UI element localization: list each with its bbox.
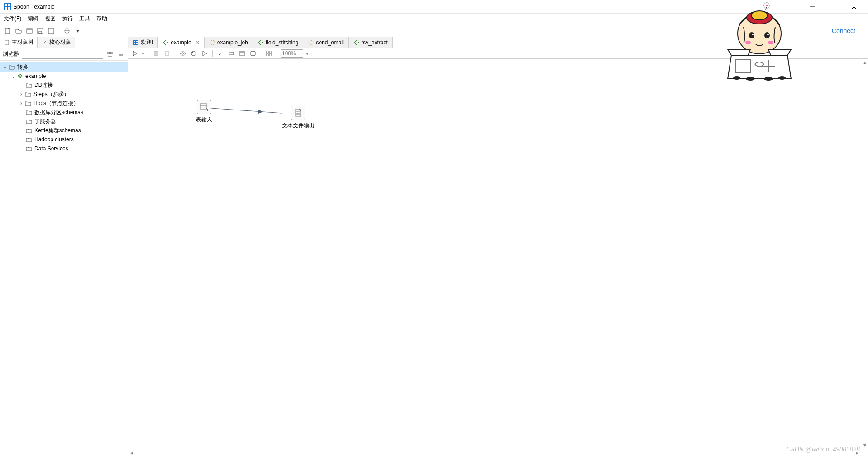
tree-label: 子服务器	[34, 118, 56, 125]
tab-example-job[interactable]: example_job	[205, 37, 253, 48]
connect-button[interactable]: Connect	[832, 27, 864, 34]
app-icon	[4, 3, 11, 10]
chevron-down-icon[interactable]: ⌄	[2, 64, 8, 70]
menu-run[interactable]: 执行	[62, 15, 73, 23]
svg-point-33	[180, 52, 186, 55]
folder-icon	[25, 82, 33, 89]
menu-tools[interactable]: 工具	[79, 15, 90, 23]
folder-icon	[24, 100, 32, 107]
close-icon[interactable]: ✕	[195, 39, 200, 46]
svg-rect-43	[266, 54, 268, 56]
transformation-icon	[258, 39, 264, 46]
job-icon	[308, 39, 314, 46]
chevron-down-icon[interactable]: ⌄	[10, 73, 16, 79]
tree-node-kettle[interactable]: Kettle集群schemas	[0, 126, 128, 135]
transformation-canvas[interactable]: 表输入 文本文件输出 ▴ ▾ ◂ ▸	[128, 59, 868, 456]
svg-rect-42	[269, 51, 272, 53]
new-file-icon[interactable]	[4, 27, 12, 35]
svg-rect-16	[5, 40, 9, 45]
canvas-toolbar: ▾ ▾	[128, 48, 868, 59]
chevron-right-icon[interactable]: ›	[18, 91, 24, 97]
step-label: 文本文件输出	[282, 122, 315, 130]
zoom-input[interactable]	[281, 49, 303, 58]
tree-node-dataservices[interactable]: Data Services	[0, 144, 128, 153]
folder-icon	[25, 145, 33, 152]
tree-node-example[interactable]: ⌄ example	[0, 72, 128, 81]
tab-core-objects[interactable]: 核心对象	[38, 37, 75, 48]
replay-icon[interactable]	[200, 49, 209, 58]
menu-edit[interactable]: 编辑	[28, 15, 38, 23]
tree-label: DB连接	[34, 82, 53, 89]
scroll-down-icon[interactable]: ▾	[861, 442, 868, 449]
tab-send-email[interactable]: send_email	[303, 37, 348, 48]
tab-label: example	[171, 39, 191, 46]
svg-rect-32	[165, 52, 169, 55]
object-tree: ⌄ 转换 ⌄ example DB连接 › Steps（步骤） › H	[0, 61, 128, 155]
hop-connector[interactable]	[205, 104, 291, 118]
dropdown-arrow-icon[interactable]: ▾	[306, 50, 309, 57]
menu-view[interactable]: 视图	[45, 15, 56, 23]
tree-label: 转换	[17, 63, 28, 71]
scroll-up-icon[interactable]: ▴	[861, 59, 868, 66]
vertical-scrollbar[interactable]: ▴ ▾	[861, 59, 868, 449]
tab-main-object-tree[interactable]: 主对象树	[0, 37, 38, 48]
chevron-right-icon[interactable]: ›	[18, 100, 24, 106]
step-text-output[interactable]: 文本文件输出	[282, 106, 315, 130]
dropdown-arrow-icon[interactable]: ▾	[142, 50, 144, 57]
tab-tsv-extract[interactable]: tsv_extract	[349, 37, 393, 48]
tab-field-stitching[interactable]: field_stitching	[253, 37, 304, 48]
tree-node-steps[interactable]: › Steps（步骤）	[0, 90, 128, 99]
svg-line-36	[192, 52, 196, 55]
verify-icon[interactable]	[216, 49, 224, 58]
perspective-icon[interactable]	[63, 27, 71, 35]
pause-icon[interactable]	[152, 49, 160, 58]
toolbar-separator	[175, 50, 175, 57]
menu-file[interactable]: 文件(F)	[4, 15, 21, 23]
tree-label: Hadoop clusters	[34, 136, 74, 143]
tab-welcome[interactable]: 欢迎!	[128, 37, 158, 48]
horizontal-scrollbar[interactable]: ◂ ▸	[128, 449, 861, 456]
tree-node-subserver[interactable]: 子服务器	[0, 117, 128, 126]
stop-icon[interactable]	[163, 49, 171, 58]
close-button[interactable]	[844, 0, 864, 14]
svg-point-40	[251, 51, 255, 53]
tree-label: 数据库分区schemas	[34, 109, 83, 116]
impact-icon[interactable]	[227, 49, 235, 58]
tree-node-transformations[interactable]: ⌄ 转换	[0, 62, 128, 72]
collapse-all-icon[interactable]	[117, 50, 125, 58]
filter-input[interactable]	[22, 50, 103, 59]
tree-label: Kettle集群schemas	[34, 127, 81, 134]
tab-example[interactable]: example ✕	[158, 37, 204, 48]
run-icon[interactable]	[131, 49, 139, 58]
scroll-left-icon[interactable]: ◂	[128, 449, 135, 456]
tree-label: example	[25, 73, 46, 79]
toolbar-separator	[59, 27, 59, 34]
tree-node-schemas[interactable]: 数据库分区schemas	[0, 108, 128, 117]
tree-node-hops[interactable]: › Hops（节点连接）	[0, 99, 128, 108]
dropdown-arrow-icon[interactable]: ▾	[74, 27, 82, 35]
save-icon[interactable]	[36, 27, 44, 35]
svg-line-45	[205, 108, 282, 113]
transformation-icon	[353, 39, 360, 46]
open-file-icon[interactable]	[14, 27, 23, 35]
show-results-icon[interactable]	[265, 49, 273, 58]
preview-icon[interactable]	[179, 49, 187, 58]
step-table-input[interactable]: 表输入	[196, 100, 212, 124]
menu-help[interactable]: 帮助	[96, 15, 107, 23]
minimize-button[interactable]	[802, 0, 823, 14]
svg-rect-30	[154, 51, 156, 56]
tree-node-hadoop[interactable]: Hadoop clusters	[0, 135, 128, 144]
explore-db-icon[interactable]	[249, 49, 257, 58]
save-as-icon[interactable]	[47, 27, 55, 35]
tree-label: Hops（节点连接）	[33, 100, 79, 107]
svg-marker-46	[258, 110, 263, 114]
toolbar-separator	[148, 50, 148, 57]
tree-node-db[interactable]: DB连接	[0, 81, 128, 90]
debug-icon[interactable]	[190, 49, 198, 58]
maximize-button[interactable]	[823, 0, 844, 14]
svg-rect-5	[831, 5, 835, 9]
sql-icon[interactable]	[238, 49, 246, 58]
editor-area: 欢迎! example ✕ example_job field_stitchin…	[128, 37, 868, 456]
expand-all-icon[interactable]	[106, 50, 114, 58]
explore-repo-icon[interactable]	[25, 27, 33, 35]
